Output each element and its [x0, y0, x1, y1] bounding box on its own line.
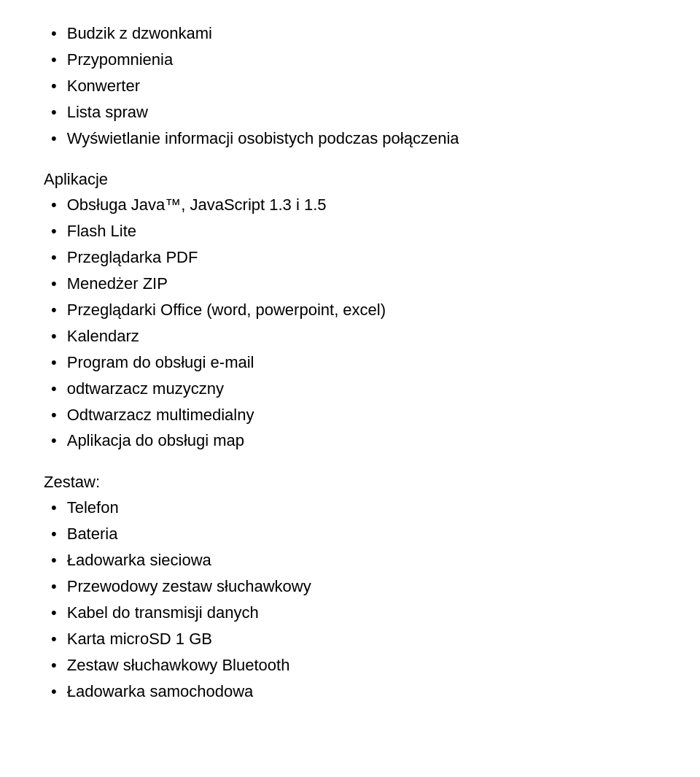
list-item: Odtwarzacz multimedialny — [44, 403, 656, 427]
list-item: Bateria — [44, 522, 656, 546]
aplikacje-list: Obsługa Java™, JavaScript 1.3 i 1.5Flash… — [44, 193, 656, 452]
list-item: Aplikacja do obsługi map — [44, 429, 656, 452]
top-section: Budzik z dzwonkamiPrzypomnieniaKonwerter… — [44, 22, 656, 150]
list-item: Przewodowy zestaw słuchawkowy — [44, 575, 656, 598]
zestaw-list: TelefonBateriaŁadowarka sieciowaPrzewodo… — [44, 496, 656, 703]
list-item: Przeglądarka PDF — [44, 246, 656, 269]
aplikacje-label: Aplikacje — [44, 170, 656, 189]
zestaw-section: Zestaw: TelefonBateriaŁadowarka sieciowa… — [44, 473, 656, 703]
list-item: Budzik z dzwonkami — [44, 22, 656, 45]
list-item: Wyświetlanie informacji osobistych podcz… — [44, 127, 656, 150]
list-item: Przeglądarki Office (word, powerpoint, e… — [44, 298, 656, 322]
zestaw-label: Zestaw: — [44, 473, 656, 492]
list-item: Flash Lite — [44, 220, 656, 243]
list-item: Kalendarz — [44, 325, 656, 348]
list-item: Telefon — [44, 496, 656, 519]
list-item: Konwerter — [44, 74, 656, 98]
list-item: odtwarzacz muzyczny — [44, 377, 656, 401]
list-item: Lista spraw — [44, 101, 656, 124]
list-item: Karta microSD 1 GB — [44, 627, 656, 651]
list-item: Menedżer ZIP — [44, 272, 656, 295]
list-item: Obsługa Java™, JavaScript 1.3 i 1.5 — [44, 193, 656, 217]
list-item: Program do obsługi e-mail — [44, 351, 656, 374]
aplikacje-section: Aplikacje Obsługa Java™, JavaScript 1.3 … — [44, 170, 656, 452]
list-item: Ładowarka sieciowa — [44, 549, 656, 572]
list-item: Kabel do transmisji danych — [44, 601, 656, 625]
top-list: Budzik z dzwonkamiPrzypomnieniaKonwerter… — [44, 22, 656, 150]
list-item: Zestaw słuchawkowy Bluetooth — [44, 654, 656, 677]
list-item: Przypomnienia — [44, 48, 656, 71]
list-item: Ładowarka samochodowa — [44, 680, 656, 703]
